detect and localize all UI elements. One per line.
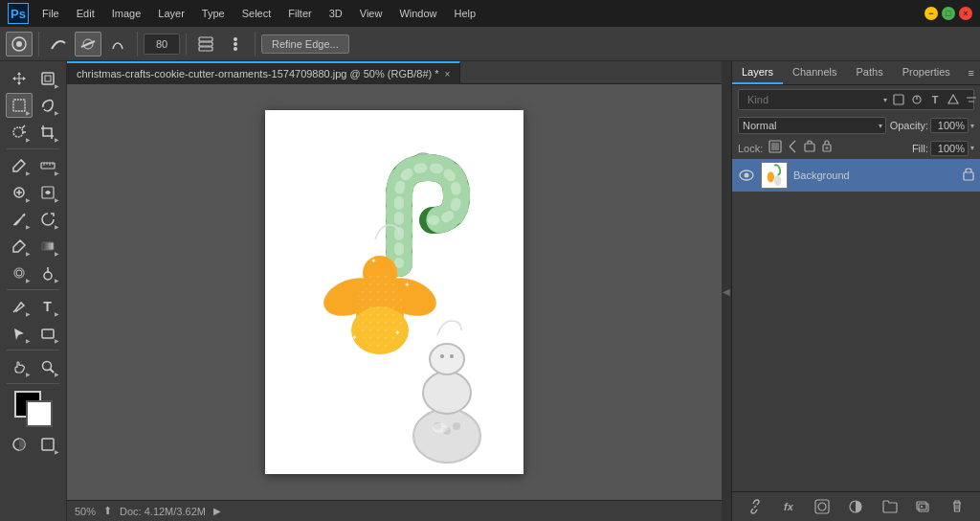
quick-mask-tool[interactable] [6,432,33,457]
tab-layers[interactable]: Layers [732,61,783,84]
fill-dropdown-arrow[interactable]: ▾ [970,144,974,152]
panel-menu-button[interactable]: ≡ [963,61,980,84]
fill-input[interactable] [930,141,969,156]
tool-separator-1 [7,148,59,149]
add-adjustment-button[interactable] [845,496,866,517]
link-layers-button[interactable] [745,496,766,517]
lock-pixels-icon[interactable] [768,140,782,156]
menu-filter[interactable]: Filter [280,6,319,21]
menu-view[interactable]: View [352,6,390,21]
svg-point-62 [774,175,781,186]
brush-mode-button-1[interactable] [45,32,72,57]
create-group-button[interactable] [880,496,901,517]
gradient-tool[interactable]: ▶ [34,234,61,259]
screen-mode-tool[interactable]: ▶ [34,432,61,457]
content-aware-tool[interactable]: ▶ [34,180,61,205]
brush-tool[interactable]: ▶ [6,207,33,232]
path-selection-tool[interactable]: ▶ [6,321,33,346]
layer-thumbnail [761,162,788,189]
opacity-input[interactable] [930,118,969,133]
menu-help[interactable]: Help [447,6,484,21]
menu-image[interactable]: Image [104,6,149,21]
blend-mode-selector: Normal Dissolve Multiply Screen ▾ [738,117,886,134]
close-button[interactable]: × [959,7,972,20]
smart-filter-icon[interactable] [964,92,979,107]
svg-rect-10 [45,76,51,81]
marquee-tool[interactable]: ▶ [6,93,33,118]
menu-3d[interactable]: 3D [322,6,350,21]
type-tool[interactable]: T ▶ [34,294,61,319]
crop-tool[interactable]: ▶ [34,120,61,145]
move-tool[interactable] [6,66,33,91]
tool-row-9: ▶ T ▶ [0,293,66,320]
add-layer-style-button[interactable]: fx [778,496,799,517]
eraser-tool[interactable]: ▶ [6,234,33,259]
tab-close-button[interactable]: × [445,69,451,79]
zoom-tool[interactable]: ▶ [34,354,61,379]
right-panel: Layers Channels Paths Properties ≡ ▾ [731,61,980,521]
blend-mode-dropdown[interactable]: Normal Dissolve Multiply Screen [738,117,886,134]
tab-channels[interactable]: Channels [783,61,846,84]
layer-visibility-toggle[interactable] [738,167,755,184]
healing-brush-tool[interactable]: ▶ [6,180,33,205]
document-tab[interactable]: christmas-crafts-cookie-cutter-ornaments… [67,61,460,84]
lock-position-icon[interactable] [786,140,799,156]
add-layer-mask-button[interactable] [812,496,833,517]
menu-select[interactable]: Select [234,6,279,21]
ruler-tool[interactable]: ▶ [34,153,61,178]
layer-options-button[interactable] [222,32,249,57]
layer-stack-button[interactable] [192,32,219,57]
create-new-layer-button[interactable] [913,496,934,517]
svg-point-8 [234,47,237,51]
maximize-button[interactable]: □ [942,7,955,20]
minimize-button[interactable]: − [924,7,938,20]
blur-tool[interactable]: ▶ [6,260,33,285]
shape-filter-icon[interactable] [946,92,961,107]
refine-edge-button[interactable]: Refine Edge... [261,34,349,54]
share-icon[interactable]: ⬆ [103,505,112,517]
status-arrow[interactable]: ▶ [213,506,221,516]
panel-collapse-handle[interactable]: ◀ [722,61,731,521]
menu-layer[interactable]: Layer [150,6,192,21]
quick-selection-tool[interactable]: ▶ [6,120,33,145]
tab-bar: christmas-crafts-cookie-cutter-ornaments… [67,61,722,84]
delete-layer-button[interactable] [947,496,968,517]
brush-mode-button-3[interactable] [104,32,131,57]
dodge-tool[interactable]: ▶ [34,260,61,285]
brush-mode-button-2[interactable] [75,32,101,57]
kind-filter-input[interactable] [747,94,880,105]
pixel-filter-icon[interactable] [891,92,906,107]
menu-window[interactable]: Window [391,6,444,21]
menu-type[interactable]: Type [194,6,233,21]
brush-size-input[interactable]: 80 [148,38,175,50]
canvas-area: ✦ ✦ ✦ ✦ ✦ [67,84,722,500]
shape-tool[interactable]: ▶ [34,321,61,346]
menu-file[interactable]: File [34,6,67,21]
menu-bar: File Edit Image Layer Type Select Filter… [34,6,483,21]
svg-text:✦: ✦ [394,328,401,337]
layer-filter-icons: T [891,92,979,107]
fill-label: Fill: [912,143,928,154]
history-brush-tool[interactable]: ▶ [34,207,61,232]
lock-artboard-icon[interactable] [803,140,816,156]
artboard-tool[interactable]: ▶ [34,66,61,91]
layer-row-background[interactable]: Background [732,159,980,192]
adjustment-filter-icon[interactable] [909,92,924,107]
type-filter-icon[interactable]: T [927,92,943,107]
opacity-dropdown-arrow[interactable]: ▾ [970,122,974,130]
brush-preset-button[interactable] [6,32,33,57]
eyedropper-tool[interactable]: ▶ [6,153,33,178]
pen-tool[interactable]: ▶ [6,294,33,319]
lasso-tool[interactable]: ▶ [34,93,61,118]
layer-name-background: Background [793,170,957,181]
background-color[interactable] [26,400,53,427]
tab-paths[interactable]: Paths [847,61,893,84]
hand-tool[interactable]: ▶ [6,354,33,379]
lock-all-icon[interactable] [820,140,834,156]
app-logo: Ps File Edit Image Layer Type Select Fil… [8,3,483,24]
kind-dropdown-arrow[interactable]: ▾ [883,96,887,104]
menu-edit[interactable]: Edit [69,6,102,21]
svg-point-44 [453,422,460,430]
brush-size-box[interactable]: 80 [144,34,180,55]
tab-properties[interactable]: Properties [893,61,960,84]
